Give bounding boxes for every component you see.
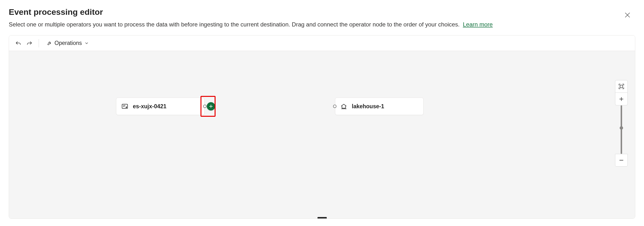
canvas-area[interactable]: es-xujx-0421 lakehouse-1 <box>9 51 635 219</box>
zoom-out-button[interactable] <box>615 154 628 167</box>
close-icon <box>624 12 631 18</box>
zoom-slider[interactable] <box>621 105 622 154</box>
redo-icon <box>26 40 32 46</box>
plus-icon <box>618 96 624 102</box>
redo-button[interactable] <box>26 39 33 47</box>
plus-icon <box>209 104 213 109</box>
zoom-slider-thumb[interactable] <box>620 126 623 130</box>
learn-more-link[interactable]: Learn more <box>463 21 493 28</box>
fit-to-screen-button[interactable] <box>615 80 628 93</box>
close-button[interactable] <box>622 10 632 20</box>
undo-icon <box>15 40 22 46</box>
destination-node-label: lakehouse-1 <box>352 103 384 110</box>
operations-dropdown[interactable]: Operations <box>44 38 91 48</box>
lakehouse-icon <box>340 103 348 110</box>
minus-icon <box>618 157 624 163</box>
zoom-controls <box>615 80 628 167</box>
add-operator-button[interactable] <box>207 102 215 111</box>
svg-rect-6 <box>620 85 623 88</box>
operations-label: Operations <box>54 40 82 46</box>
source-node-label: es-xujx-0421 <box>133 103 166 110</box>
toolbar-divider <box>39 39 39 47</box>
page-subtitle: Select one or multiple operators you wan… <box>9 21 635 28</box>
input-port[interactable] <box>333 105 336 108</box>
svg-rect-2 <box>122 104 128 109</box>
chevron-down-icon <box>84 41 89 45</box>
output-port[interactable] <box>203 105 206 108</box>
zoom-in-button[interactable] <box>615 93 628 105</box>
fit-icon <box>618 83 624 90</box>
resize-handle[interactable] <box>318 217 327 219</box>
editor-panel: Operations es-xujx-0421 <box>9 35 635 219</box>
page-title: Event processing editor <box>9 7 635 17</box>
destination-node[interactable]: lakehouse-1 <box>335 98 424 115</box>
toolbar: Operations <box>9 35 635 51</box>
source-node[interactable]: es-xujx-0421 <box>116 98 204 115</box>
undo-button[interactable] <box>14 39 22 47</box>
svg-point-3 <box>126 107 127 108</box>
wrench-icon <box>47 41 52 46</box>
subtitle-text: Select one or multiple operators you wan… <box>9 21 460 28</box>
eventstream-icon <box>121 103 128 110</box>
